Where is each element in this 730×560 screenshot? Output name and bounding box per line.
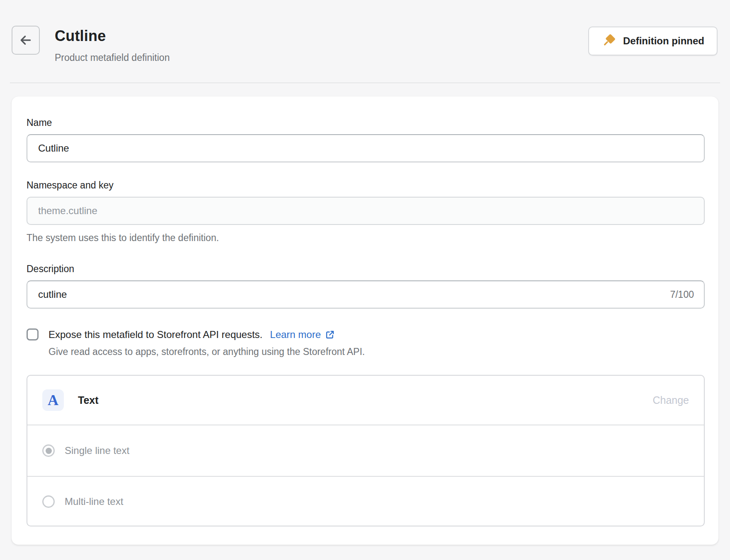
namespace-input [27, 197, 705, 225]
storefront-api-checkbox[interactable] [27, 328, 39, 340]
pin-icon [601, 34, 616, 48]
character-counter: 7/100 [670, 289, 694, 300]
namespace-help-text: The system uses this to identify the def… [27, 232, 705, 244]
description-input[interactable] [27, 280, 705, 309]
metafield-definition-page: Cutline Product metafield definition Def… [0, 0, 730, 560]
header-divider [10, 82, 720, 83]
page-title: Cutline [55, 27, 170, 45]
change-type-button: Change [652, 394, 689, 406]
page-header: Cutline Product metafield definition Def… [0, 0, 730, 63]
content-type-box: A Text Change Single line text Multi-lin… [27, 375, 705, 526]
single-line-label: Single line text [65, 445, 129, 456]
text-type-icon: A [42, 389, 64, 411]
radio-multi-line-icon[interactable] [42, 495, 55, 508]
definition-pinned-label: Definition pinned [623, 35, 704, 47]
learn-more-label: Learn more [270, 329, 321, 340]
learn-more-link[interactable]: Learn more [270, 329, 335, 340]
storefront-help-text: Give read access to apps, storefronts, o… [27, 346, 705, 357]
description-input-wrap: 7/100 [27, 280, 705, 309]
definition-pinned-button[interactable]: Definition pinned [588, 27, 718, 56]
option-multi-line-text[interactable]: Multi-line text [27, 476, 704, 526]
radio-single-line-icon[interactable] [42, 444, 55, 457]
namespace-field-group: Namespace and key The system uses this t… [27, 180, 705, 244]
storefront-checkbox-row: Expose this metafield to Storefront API … [27, 328, 705, 340]
back-button[interactable] [12, 26, 40, 55]
arrow-left-icon [19, 33, 33, 47]
description-field-group: Description 7/100 [27, 263, 705, 309]
external-link-icon [325, 330, 335, 340]
description-label: Description [27, 263, 705, 275]
storefront-checkbox-label: Expose this metafield to Storefront API … [49, 329, 262, 340]
name-label: Name [27, 117, 705, 128]
definition-form-card: Name Namespace and key The system uses t… [12, 97, 718, 545]
content-type-label: Text [78, 394, 99, 406]
multi-line-label: Multi-line text [65, 496, 123, 507]
title-block: Cutline Product metafield definition [55, 26, 170, 63]
content-type-header: A Text Change [27, 376, 704, 425]
storefront-checkbox-label-wrap: Expose this metafield to Storefront API … [49, 329, 335, 340]
option-single-line-text[interactable]: Single line text [27, 425, 704, 476]
name-input[interactable] [27, 134, 705, 162]
name-field-group: Name [27, 117, 705, 162]
page-subtitle: Product metafield definition [55, 52, 170, 63]
namespace-label: Namespace and key [27, 180, 705, 191]
